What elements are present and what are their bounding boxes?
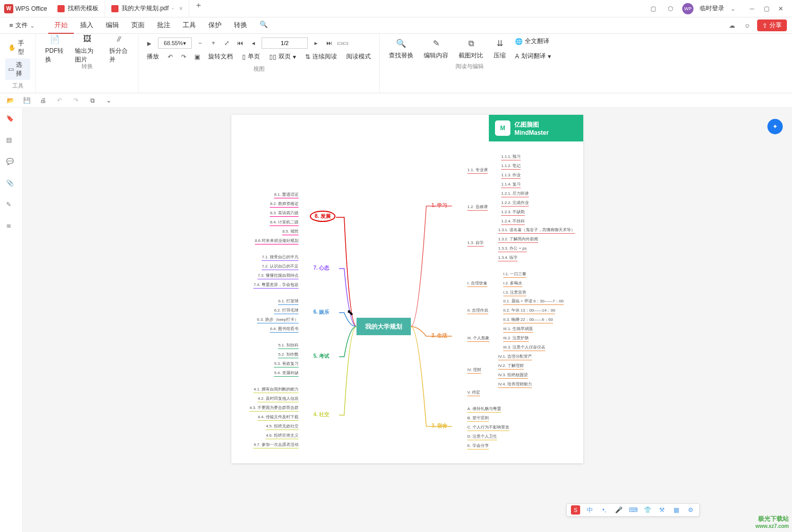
- close-button[interactable]: ✕: [775, 3, 787, 15]
- search-icon[interactable]: 🔍: [253, 17, 274, 34]
- single-page-button[interactable]: ▯ 单页: [239, 50, 263, 63]
- print-icon[interactable]: 🖨: [38, 95, 48, 106]
- leaf: 5.4. 查漏补缺: [274, 370, 299, 377]
- share-button[interactable]: ⇪ 分享: [757, 19, 787, 31]
- leaf: 8.3. 英语四六级: [270, 210, 299, 217]
- double-page-button[interactable]: ▯▯ 双页 ▾: [266, 50, 299, 63]
- file-label: 文件: [15, 21, 28, 30]
- cube-icon[interactable]: ⬡: [665, 3, 676, 14]
- leaf: I.3. 注意营养: [503, 290, 526, 296]
- brand-logo-icon: M: [495, 120, 510, 136]
- split-merge-button[interactable]: ⫽拆分合并: [105, 31, 133, 66]
- hand-tool[interactable]: ✋手型: [5, 37, 30, 58]
- zoom-dropdown[interactable]: 68.55% ▾: [158, 37, 192, 49]
- menu-convert[interactable]: 转换: [228, 17, 253, 34]
- tab-pdf[interactable]: 我的大学规划.pdf · ×: [105, 0, 189, 17]
- leaf: I. 合理饮食: [467, 280, 487, 287]
- panel-icon[interactable]: ▢: [647, 3, 659, 14]
- leaf: 8.6.对未来就业做好规划: [255, 238, 299, 244]
- fit-icon[interactable]: ⤢: [222, 38, 232, 48]
- rotate-doc-button[interactable]: 旋转文档: [205, 50, 236, 63]
- thumbnail-icon[interactable]: ▤: [6, 136, 16, 147]
- continuous-read-button[interactable]: ⇅ 连续阅读: [302, 50, 340, 63]
- zoom-out-icon[interactable]: −: [195, 38, 205, 48]
- compress-button[interactable]: ⇊压缩: [489, 36, 510, 62]
- screenshot-compare-button[interactable]: ⧉截图对比: [454, 36, 487, 62]
- ime-voice-icon[interactable]: 🎤: [614, 505, 623, 515]
- read-mode-button[interactable]: 阅读模式: [343, 50, 374, 63]
- undo-icon[interactable]: ↶: [54, 95, 65, 106]
- sogou-icon[interactable]: S: [571, 505, 580, 515]
- chevron-down-icon[interactable]: ⌄: [730, 5, 736, 12]
- select-tool[interactable]: ▭选择: [5, 58, 30, 80]
- maximize-button[interactable]: ▢: [760, 3, 773, 15]
- chevron-down-icon[interactable]: ⌄: [104, 95, 114, 106]
- export-image-button[interactable]: 🖼输出为图片: [71, 31, 103, 66]
- group-view: ▸ 68.55% ▾ − + ⤢ ⏮ ◂ ▸ ⏭ ▭▭ 播放 ↶ ↷ ▣ 旋转文…: [138, 34, 380, 93]
- menu-annotate[interactable]: 批注: [151, 17, 176, 34]
- close-icon[interactable]: ×: [179, 5, 183, 12]
- bookmark-icon[interactable]: 🔖: [6, 115, 16, 125]
- rotate-right-icon[interactable]: ↷: [179, 52, 189, 62]
- wm-line1: 极光下载站: [756, 515, 789, 523]
- ime-lang[interactable]: 中: [585, 505, 595, 515]
- page-input[interactable]: [262, 37, 308, 49]
- login-label[interactable]: 临时登录: [700, 4, 724, 13]
- pdf-convert-button[interactable]: 📄PDF转换: [41, 31, 69, 66]
- redo-icon[interactable]: ↷: [71, 95, 81, 106]
- play-icon[interactable]: ▸: [144, 37, 155, 49]
- next-page-icon[interactable]: ▸: [311, 38, 321, 48]
- floating-assistant-icon[interactable]: ✦: [767, 119, 783, 134]
- zoom-in-icon[interactable]: +: [208, 38, 219, 48]
- wps-icon: W: [4, 4, 13, 13]
- mouse-cursor-icon: ⬉: [347, 308, 353, 317]
- menu-protect[interactable]: 保护: [202, 17, 228, 34]
- image-icon: 🖼: [82, 33, 93, 45]
- mind-node-5: 5. 考试: [313, 353, 329, 360]
- ime-keyboard-icon[interactable]: ⌨: [628, 505, 638, 515]
- leaf: 8.5. 驾照: [282, 229, 299, 235]
- copy-icon[interactable]: ⧉: [87, 95, 97, 106]
- smile-icon[interactable]: ☺: [742, 20, 753, 31]
- ime-toolbar[interactable]: S 中 •, 🎤 ⌨ 👕 ⚒ ▦ ⚙: [566, 503, 700, 517]
- ime-punct-icon[interactable]: •,: [600, 505, 609, 515]
- ime-settings-icon[interactable]: ⚙: [686, 505, 695, 515]
- add-tab-button[interactable]: ＋: [189, 0, 208, 17]
- book-icon[interactable]: ▭▭: [338, 38, 348, 48]
- file-menu[interactable]: ≡ 文件 ⌄: [5, 19, 39, 32]
- leaf: 4.6. 拒绝官僚主义: [266, 433, 299, 439]
- titlebar: W WPS Office 找稻壳模板 我的大学规划.pdf · × ＋ ▢ ⬡ …: [0, 0, 792, 17]
- leaf: 5.1. 别挂科: [278, 342, 299, 349]
- ime-menu-icon[interactable]: ▦: [671, 505, 681, 515]
- rotate-left-icon[interactable]: ↶: [165, 52, 175, 62]
- edit-content-button[interactable]: ✎编辑内容: [420, 36, 452, 62]
- save-icon[interactable]: 💾: [22, 95, 32, 106]
- avatar-icon[interactable]: WP: [682, 3, 694, 14]
- first-page-icon[interactable]: ⏮: [235, 38, 245, 48]
- document-viewer[interactable]: M 亿图脑图 MindMaster 我的大学规划 8. 发展 8.1. 普通话证…: [23, 108, 792, 532]
- mind-node-3: 3. 宿舍: [431, 422, 447, 429]
- leaf: IV. 理财: [467, 367, 481, 374]
- prev-page-icon[interactable]: ◂: [248, 38, 259, 48]
- last-page-icon[interactable]: ⏭: [324, 38, 334, 48]
- sign-icon[interactable]: ✎: [6, 201, 16, 211]
- full-translate-button[interactable]: 🌐 全文翻译: [512, 35, 554, 48]
- mind-center-node: 我的大学规划: [357, 318, 411, 335]
- leaf: 6.4. 图书馆看书: [270, 326, 299, 333]
- menu-tools[interactable]: 工具: [176, 17, 202, 34]
- attachment-icon[interactable]: 📎: [6, 179, 16, 190]
- mind-node-7: 7. 心态: [313, 264, 329, 272]
- minimize-button[interactable]: ─: [746, 3, 758, 15]
- comment-icon[interactable]: 💬: [6, 158, 16, 168]
- word-translate-button[interactable]: A 划词翻译 ▾: [512, 50, 554, 63]
- leaf: 7.4. 尊重差异，学会包容: [253, 282, 299, 289]
- play-button[interactable]: 播放: [144, 50, 162, 63]
- ime-skin-icon[interactable]: 👕: [643, 505, 652, 515]
- ime-tool-icon[interactable]: ⚒: [657, 505, 666, 515]
- tab-templates[interactable]: 找稻壳模板: [51, 0, 105, 17]
- cloud-icon[interactable]: ☁: [726, 20, 738, 31]
- crop-icon[interactable]: ▣: [192, 52, 202, 62]
- open-icon[interactable]: 📂: [5, 95, 15, 106]
- find-replace-button[interactable]: 🔍查找替换: [385, 36, 418, 62]
- layers-icon[interactable]: ≋: [6, 222, 16, 233]
